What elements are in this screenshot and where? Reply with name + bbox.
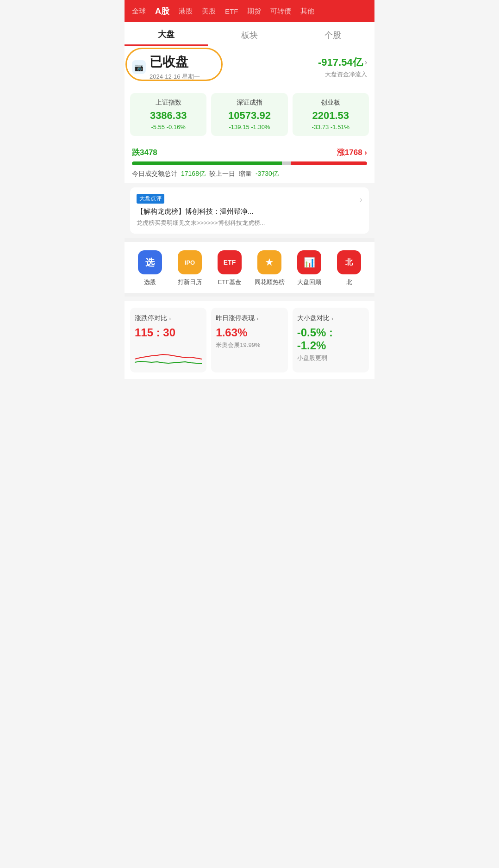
news-tag: 大盘点评 <box>137 194 164 204</box>
index-change-shanghai: -5.55 -0.16% <box>135 124 202 130</box>
news-sub: 龙虎榜买卖明细见文末>>>>>>博创科技龙虎榜... <box>137 219 356 227</box>
tool-icon-ipo: IPO <box>178 250 202 274</box>
index-value-shanghai: 3386.33 <box>135 110 202 122</box>
tool-label-etf: ETF基金 <box>218 278 242 286</box>
volume-compare-amount: -3730亿 <box>256 170 279 178</box>
tool-market-review[interactable]: 📊 大盘回顾 <box>289 250 329 286</box>
volume-today-amount: 17168亿 <box>181 170 206 178</box>
news-title: 【解构龙虎榜】博创科技：温州帮净... <box>137 206 356 216</box>
status-title: 已收盘 <box>150 53 200 71</box>
index-card-chinext[interactable]: 创业板 2201.53 -33.73 -1.51% <box>293 93 369 136</box>
news-arrow-icon: › <box>360 195 362 205</box>
tool-north-funds[interactable]: 北 北 <box>329 250 369 286</box>
tool-label-review: 大盘回顾 <box>297 278 321 286</box>
stat-title-large-small: 大小盘对比 › <box>297 314 364 322</box>
stat-arrow-large-small: › <box>331 315 333 322</box>
stats-section: 涨跌停对比 › 115 : 30 昨日涨停表现 › 1.63% 米奥会展19.9… <box>125 301 374 379</box>
tab-market[interactable]: 大盘 <box>125 29 208 46</box>
separator-1 <box>125 238 374 242</box>
flow-arrow-icon: › <box>365 58 367 67</box>
index-change-shenzhen: -139.15 -1.30% <box>216 124 283 130</box>
flow-right[interactable]: -917.54亿 › 大盘资金净流入 <box>318 56 367 79</box>
tool-label-ipo: 打新日历 <box>178 278 202 286</box>
volume-compare-type: 缩量 <box>239 170 252 178</box>
nav-global[interactable]: 全球 <box>132 7 146 16</box>
tool-icon-north: 北 <box>337 250 361 274</box>
index-cards: 上证指数 3386.33 -5.55 -0.16% 深证成指 10573.92 … <box>125 87 374 143</box>
volume-row: 今日成交额总计 17168亿 较上一日 缩量 -3730亿 <box>132 170 367 178</box>
nav-usshare[interactable]: 美股 <box>202 7 216 16</box>
stat-title-yesterday: 昨日涨停表现 › <box>216 314 283 322</box>
tab-individual[interactable]: 个股 <box>291 30 374 45</box>
index-name-shanghai: 上证指数 <box>135 99 202 107</box>
nav-futures[interactable]: 期货 <box>247 7 261 16</box>
stat-value-yesterday: 1.63% <box>216 326 283 339</box>
status-icon: 📷 <box>132 60 146 74</box>
tool-icon-review: 📊 <box>297 250 321 274</box>
news-content: 大盘点评 【解构龙虎榜】博创科技：温州帮净... 龙虎榜买卖明细见文末>>>>>… <box>137 194 356 227</box>
top-nav: 全球 A股 港股 美股 ETF 期货 可转债 其他 <box>125 0 374 22</box>
index-name-shenzhen: 深证成指 <box>216 99 283 107</box>
volume-today-label: 今日成交额总计 <box>132 170 177 178</box>
nav-other[interactable]: 其他 <box>300 7 314 16</box>
market-status-section: 📷 已收盘 2024-12-16 星期一 -917.54亿 › 大盘资金净流入 <box>125 46 374 87</box>
quick-tools: 选 选股 IPO 打新日历 ETF ETF基金 ★ 同花顺热榜 📊 大盘回顾 北… <box>125 242 374 293</box>
tool-etf-fund[interactable]: ETF ETF基金 <box>210 250 250 286</box>
tool-icon-etf: ETF <box>218 250 242 274</box>
nav-ashare[interactable]: A股 <box>155 6 169 17</box>
status-info: 已收盘 2024-12-16 星期一 <box>150 53 200 81</box>
nav-convertible[interactable]: 可转债 <box>270 7 291 16</box>
status-left: 📷 已收盘 2024-12-16 星期一 <box>132 53 200 81</box>
index-value-chinext: 2201.53 <box>297 110 364 122</box>
volume-compare-label: 较上一日 <box>209 170 235 178</box>
tool-icon-hot: ★ <box>257 250 281 274</box>
tab-sector[interactable]: 板块 <box>208 30 291 45</box>
index-card-shenzhen[interactable]: 深证成指 10573.92 -139.15 -1.30% <box>211 93 287 136</box>
progress-bar <box>132 161 367 165</box>
tool-label-stock-pick: 选股 <box>144 278 156 286</box>
stat-card-yesterday-limit[interactable]: 昨日涨停表现 › 1.63% 米奥会展19.99% <box>211 308 287 372</box>
rise-arrow-icon: › <box>364 148 367 157</box>
stat-chart-limit <box>135 343 202 366</box>
progress-green <box>132 161 282 165</box>
status-date: 2024-12-16 星期一 <box>150 73 200 81</box>
stat-card-large-small[interactable]: 大小盘对比 › -0.5% : -1.2% 小盘股更弱 <box>293 308 369 372</box>
index-change-chinext: -33.73 -1.51% <box>297 124 364 130</box>
nav-etf[interactable]: ETF <box>225 7 238 15</box>
rise-fall-section: 跌3478 涨1768 › 今日成交额总计 17168亿 较上一日 缩量 -37… <box>125 143 374 183</box>
news-card[interactable]: 大盘点评 【解构龙虎榜】博创科技：温州帮净... 龙虎榜买卖明细见文末>>>>>… <box>130 187 369 234</box>
tool-hot-list[interactable]: ★ 同花顺热榜 <box>250 250 289 286</box>
tool-ipo-calendar[interactable]: IPO 打新日历 <box>170 250 210 286</box>
separator-2 <box>125 293 374 297</box>
nav-hkshare[interactable]: 港股 <box>179 7 193 16</box>
stat-card-limit-compare[interactable]: 涨跌停对比 › 115 : 30 <box>130 308 206 372</box>
second-nav: 大盘 板块 个股 <box>125 22 374 46</box>
progress-red <box>291 161 367 165</box>
fall-count: 跌3478 <box>132 147 157 158</box>
rise-count[interactable]: 涨1768 › <box>337 147 367 158</box>
index-name-chinext: 创业板 <box>297 99 364 107</box>
stat-sub-yesterday: 米奥会展19.99% <box>216 341 283 349</box>
stat-value-large-small: -0.5% : -1.2% <box>297 326 364 352</box>
stat-title-limit: 涨跌停对比 › <box>135 314 202 322</box>
stat-arrow-limit: › <box>169 315 171 322</box>
tool-icon-stock-pick: 选 <box>138 250 162 274</box>
stat-sub-large-small: 小盘股更弱 <box>297 354 364 362</box>
stat-arrow-yesterday: › <box>256 315 258 322</box>
stat-value-limit: 115 : 30 <box>135 326 202 339</box>
index-value-shenzhen: 10573.92 <box>216 110 283 122</box>
progress-gray <box>282 161 291 165</box>
tool-label-hot: 同花顺热榜 <box>255 278 285 286</box>
tool-stock-pick[interactable]: 选 选股 <box>130 250 170 286</box>
flow-label: 大盘资金净流入 <box>318 70 367 79</box>
flow-amount: -917.54亿 <box>318 56 363 69</box>
tool-label-north: 北 <box>346 278 352 286</box>
index-card-shanghai[interactable]: 上证指数 3386.33 -5.55 -0.16% <box>130 93 206 136</box>
